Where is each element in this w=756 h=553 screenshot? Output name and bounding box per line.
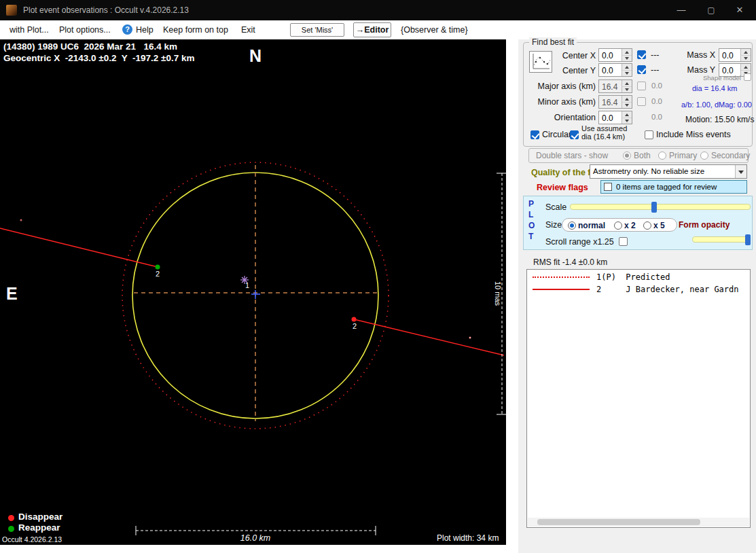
- minor-axis-spinner[interactable]: [622, 96, 632, 108]
- double-stars-primary-radio[interactable]: [658, 151, 666, 160]
- close-button[interactable]: ✕: [725, 0, 755, 20]
- disappear-point[interactable]: [352, 317, 357, 322]
- review-flags-checkbox[interactable]: [604, 183, 612, 191]
- list-item[interactable]: 1(P) Predicted: [533, 272, 750, 282]
- window-title: Plot event observations : Occult v.4.202…: [23, 5, 189, 15]
- plot-canvas[interactable]: (14380) 1989 UC6 2026 Mar 21 16.4 km Geo…: [0, 39, 506, 545]
- menu-exit[interactable]: Exit: [241, 25, 255, 35]
- center-y-spinner[interactable]: [622, 64, 632, 76]
- include-miss-checkbox[interactable]: [645, 130, 653, 139]
- right-panel: Find best fit Center X 0.0 --- Mass X 0.…: [506, 39, 756, 553]
- menu-with-plot[interactable]: with Plot...: [10, 25, 49, 35]
- use-assumed-checkbox[interactable]: [570, 130, 579, 139]
- center-x-value[interactable]: 0.0: [599, 49, 622, 61]
- size-normal-radio[interactable]: [568, 221, 576, 230]
- horizontal-scrollbar[interactable]: [528, 518, 749, 527]
- review-flags-label: Review flags: [537, 183, 588, 192]
- center-x-spinner[interactable]: [622, 49, 632, 61]
- major-axis-checkbox[interactable]: [637, 82, 646, 90]
- major-axis-spinner[interactable]: [622, 80, 632, 92]
- quality-fit-value: Astrometry only. No reliable size: [593, 167, 704, 175]
- circular-checkbox[interactable]: [530, 130, 539, 139]
- scroll-range-checkbox[interactable]: [619, 237, 628, 246]
- stray-dot-east: [469, 337, 471, 339]
- major-axis-extra: 0.0: [651, 82, 662, 90]
- menu-observer-time[interactable]: {Observer & time}: [401, 25, 468, 35]
- scale-slider[interactable]: [570, 204, 751, 210]
- plot-letter-l: L: [528, 210, 533, 219]
- minor-axis-checkbox[interactable]: [637, 97, 646, 106]
- center-x-checkbox[interactable]: [637, 50, 646, 59]
- opacity-slider-thumb[interactable]: [745, 234, 751, 245]
- observed-line-swatch: [533, 289, 590, 290]
- minimize-button[interactable]: —: [666, 0, 696, 20]
- horizontal-scale-label: 16.0 km: [215, 533, 296, 543]
- center-x-label: Center X: [551, 51, 596, 60]
- shape-model-checkbox[interactable]: [744, 73, 751, 81]
- size-option-group: normal x 2 x 5: [562, 218, 677, 232]
- north-label: N: [249, 46, 262, 66]
- scroll-range-label: Scroll range x1.25: [545, 237, 614, 247]
- scale-slider-thumb[interactable]: [651, 202, 657, 213]
- double-stars-secondary-label: Secondary: [711, 151, 750, 160]
- menu-plot-options[interactable]: Plot options...: [59, 25, 111, 35]
- size-label: Size: [545, 220, 562, 230]
- minor-axis-value[interactable]: 16.4: [599, 96, 622, 108]
- plot-width-text: Plot width: 34 km: [437, 533, 499, 543]
- double-stars-group: Double stars - show Both Primary Seconda…: [528, 148, 749, 163]
- observations-list[interactable]: 1(P) Predicted 2 J Bardecker, near Gardn: [526, 269, 751, 528]
- center-x-input[interactable]: 0.0: [598, 48, 632, 62]
- orientation-spinner[interactable]: [622, 111, 632, 124]
- dropdown-arrow-icon[interactable]: [735, 165, 746, 178]
- vertical-scale-label: 10 mas: [494, 273, 502, 314]
- list-item[interactable]: 2 J Bardecker, near Gardn: [533, 284, 750, 294]
- menubar: with Plot... Plot options... ? Help Keep…: [0, 20, 756, 39]
- major-axis-input[interactable]: 16.4: [598, 79, 632, 93]
- mass-x-input[interactable]: 0.0: [719, 48, 751, 62]
- minor-axis-label: Minor axis (km): [536, 97, 596, 107]
- menu-keep-on-top[interactable]: Keep form on top: [163, 25, 228, 35]
- opacity-slider[interactable]: [692, 236, 751, 243]
- review-flags-box: 0 items are tagged for review: [600, 180, 747, 194]
- include-miss-label: Include Miss events: [656, 130, 731, 139]
- circular-label: Circular: [542, 130, 571, 139]
- menu-help[interactable]: Help: [136, 25, 154, 35]
- fit-button[interactable]: [529, 51, 552, 73]
- orientation-input[interactable]: 0.0: [598, 111, 632, 124]
- mass-x-label: Mass X: [680, 50, 715, 60]
- orientation-value[interactable]: 0.0: [599, 111, 622, 124]
- help-icon[interactable]: ?: [122, 24, 132, 35]
- observation-text: 2 J Bardecker, near Gardn: [596, 285, 739, 294]
- mass-x-value[interactable]: 0.0: [719, 49, 740, 61]
- reappear-point[interactable]: [156, 265, 160, 270]
- major-axis-value[interactable]: 16.4: [599, 80, 622, 92]
- observation-text: 1(P) Predicted: [596, 272, 670, 282]
- horizontal-scrollbar-thumb[interactable]: [537, 519, 700, 525]
- motion-text: Motion: 15.50 km/s: [685, 115, 754, 124]
- center-y-value[interactable]: 0.0: [599, 64, 622, 76]
- star-number-label: 1: [245, 281, 249, 289]
- center-y-checkbox[interactable]: [637, 65, 646, 74]
- editor-button[interactable]: →Editor: [353, 22, 391, 37]
- east-label: E: [6, 284, 18, 304]
- chord-west[interactable]: [0, 228, 158, 267]
- center-y-input[interactable]: 0.0: [598, 63, 632, 77]
- maximize-button[interactable]: ▢: [696, 0, 726, 20]
- double-stars-primary-label: Primary: [669, 151, 697, 160]
- double-stars-both-radio[interactable]: [623, 151, 631, 160]
- size-x5-radio[interactable]: [643, 221, 651, 230]
- dia-note: dia = 16.4 km: [692, 84, 737, 92]
- quality-fit-dropdown[interactable]: Astrometry only. No reliable size: [590, 164, 747, 179]
- reappear-legend-dot: [8, 526, 14, 532]
- size-x2-radio[interactable]: [614, 221, 622, 230]
- major-axis-label: Major axis (km): [536, 82, 596, 91]
- minor-axis-input[interactable]: 16.4: [598, 95, 632, 109]
- reappear-number-label: 2: [156, 270, 160, 278]
- mass-x-spinner[interactable]: [740, 49, 751, 61]
- mass-y-label: Mass Y: [680, 65, 715, 75]
- double-stars-label: Double stars - show: [536, 151, 608, 160]
- double-stars-secondary-radio[interactable]: [700, 151, 708, 160]
- center-x-dash: ---: [651, 50, 660, 60]
- set-miss-times-button[interactable]: Set 'Miss' Times: [290, 23, 344, 37]
- app-icon: [6, 5, 17, 16]
